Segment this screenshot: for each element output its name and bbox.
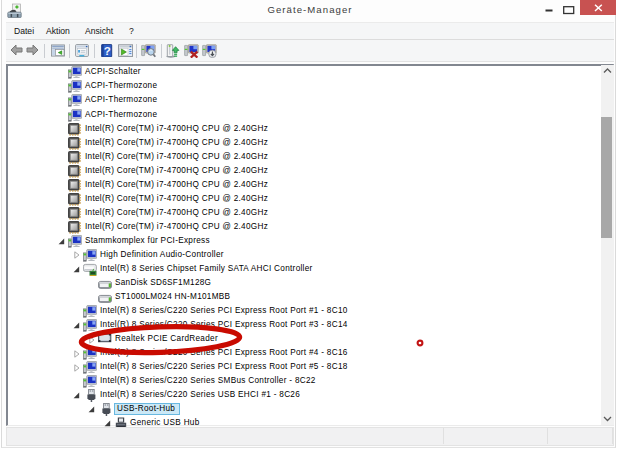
svg-text:?: ?: [104, 45, 111, 57]
